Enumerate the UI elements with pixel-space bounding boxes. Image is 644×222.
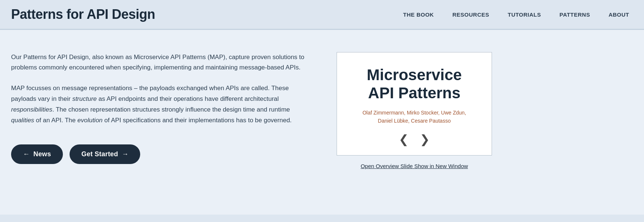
nav-patterns[interactable]: PATTERNS (560, 11, 590, 18)
intro-paragraph: Our Patterns for API Design, also known … (11, 52, 314, 73)
nav-the-book[interactable]: THE BOOK (403, 11, 434, 18)
nav-tutorials[interactable]: TUTORIALS (508, 11, 541, 18)
detail-text-5: of API specifications and their implemen… (102, 117, 291, 124)
nav-about[interactable]: ABOUT (608, 11, 629, 18)
detail-text-4: of an API. The (34, 117, 77, 124)
get-started-arrow-icon: → (122, 150, 128, 158)
news-label: News (33, 150, 51, 158)
slide-authors: Olaf Zimmermann, Mirko Stocker, Uwe Zdun… (363, 109, 466, 125)
left-panel: Our Patterns for API Design, also known … (11, 52, 314, 200)
slide-prev-button[interactable]: ❮ (399, 133, 409, 145)
detail-italic-qualities: qualities (11, 117, 34, 124)
main-content: Our Patterns for API Design, also known … (0, 30, 644, 215)
right-panel: Microservice API Patterns Olaf Zimmerman… (337, 52, 492, 200)
detail-italic-responsibilities: responsibilities (11, 106, 53, 113)
slide-title-line1: Microservice (367, 66, 462, 83)
site-title: Patterns for API Design (11, 7, 155, 22)
site-header: Patterns for API Design THE BOOK RESOURC… (0, 0, 644, 30)
news-arrow-icon: ← (23, 150, 30, 158)
button-row: ← News Get Started → (11, 144, 314, 164)
open-slideshow-link[interactable]: Open Overview Slide Show in New Window (361, 163, 468, 169)
main-nav: THE BOOK RESOURCES TUTORIALS PATTERNS AB… (403, 11, 629, 18)
detail-italic-evolution: evolution (77, 117, 102, 124)
slide-card: Microservice API Patterns Olaf Zimmerman… (337, 52, 492, 156)
get-started-button[interactable]: Get Started → (70, 144, 140, 164)
slide-title-line2: API Patterns (368, 84, 461, 102)
get-started-label: Get Started (81, 150, 118, 158)
nav-resources[interactable]: RESOURCES (452, 11, 489, 18)
detail-text-2: as API endpoints and their operations ha… (97, 95, 279, 102)
detail-italic-structure: structure (72, 95, 97, 102)
slide-next-button[interactable]: ❯ (420, 133, 430, 145)
detail-text-3: . The chosen representation structures s… (53, 106, 290, 113)
slide-nav: ❮ ❯ (399, 133, 430, 145)
detail-paragraph: MAP focusses on message representations … (11, 83, 314, 126)
news-button[interactable]: ← News (11, 144, 63, 164)
slide-book-title: Microservice API Patterns (367, 66, 462, 102)
